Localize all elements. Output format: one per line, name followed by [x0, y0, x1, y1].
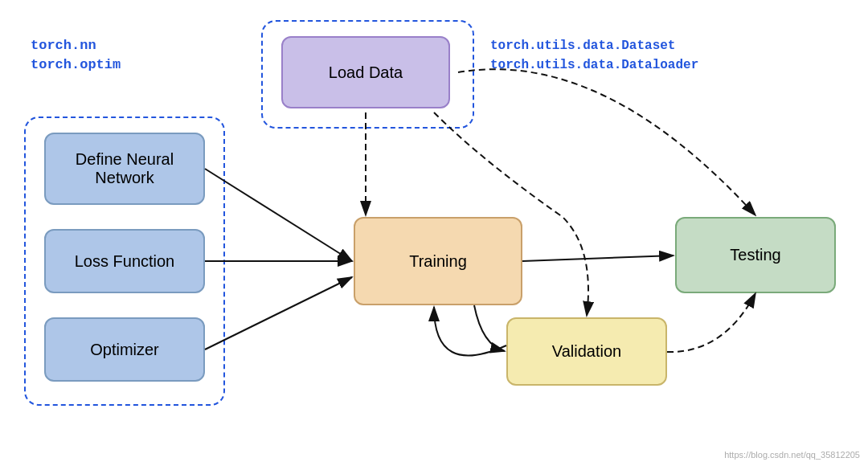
- box-training: Training: [354, 217, 522, 305]
- watermark: https://blog.csdn.net/qq_35812205: [724, 450, 860, 460]
- box-loss-function: Loss Function: [44, 229, 205, 293]
- svg-line-2: [205, 169, 352, 261]
- diagram-container: torch.nn torch.optim torch.utils.data.Da…: [0, 0, 868, 466]
- label-torch-optim: torch.nn torch.optim: [31, 36, 121, 75]
- box-validation: Validation: [506, 317, 667, 386]
- label-torch-dataset: torch.utils.data.Dataset torch.utils.dat…: [490, 36, 698, 75]
- box-testing: Testing: [675, 217, 836, 293]
- svg-line-4: [205, 277, 352, 350]
- svg-line-5: [522, 255, 674, 261]
- box-load-data: Load Data: [281, 36, 450, 108]
- box-neural-network: Define Neural Network: [44, 133, 205, 205]
- box-optimizer: Optimizer: [44, 317, 205, 382]
